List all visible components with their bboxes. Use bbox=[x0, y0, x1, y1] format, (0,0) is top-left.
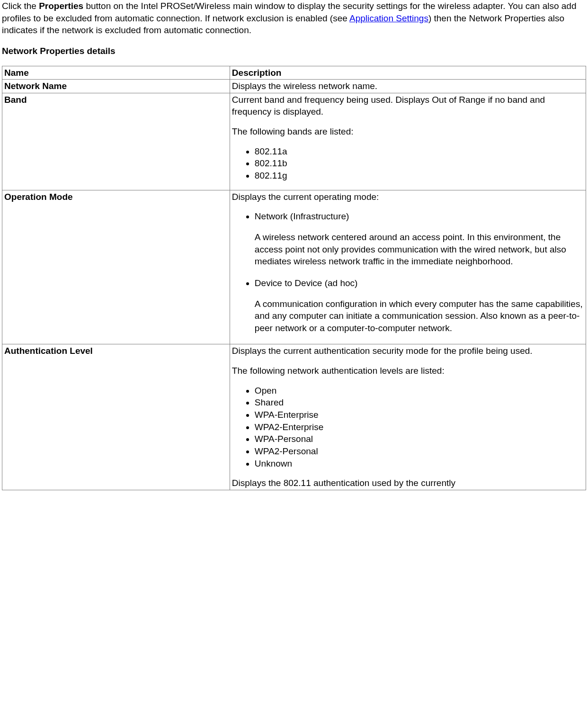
table-row: Band Current band and frequency being us… bbox=[2, 93, 586, 190]
list-item: Unknown bbox=[255, 458, 584, 470]
list-item: Shared bbox=[255, 396, 584, 409]
opmode-item1-title: Network (Infrastructure) bbox=[255, 211, 349, 221]
list-item: WPA2-Personal bbox=[255, 445, 584, 458]
list-item: Device to Device (ad hoc) A communicatio… bbox=[255, 277, 584, 334]
row-label-network-name: Network Name bbox=[2, 80, 230, 93]
opmode-item2-desc: A communication configuration in which e… bbox=[255, 298, 584, 334]
opmode-item1-desc: A wireless network centered around an ac… bbox=[255, 231, 584, 268]
row-label-authentication-level: Authentication Level bbox=[2, 344, 230, 490]
row-desc-authentication-level: Displays the current authentication secu… bbox=[230, 344, 586, 490]
section-title: Network Properties details bbox=[2, 45, 586, 57]
list-item: 802.11b bbox=[255, 157, 584, 170]
band-desc-p1: Current band and frequency being used. D… bbox=[232, 94, 584, 118]
row-desc-operation-mode: Displays the current operating mode: Net… bbox=[230, 190, 586, 344]
row-desc-network-name: Displays the wireless network name. bbox=[230, 80, 586, 93]
table-row: Network Name Displays the wireless netwo… bbox=[2, 80, 586, 93]
band-list: 802.11a 802.11b 802.11g bbox=[232, 145, 584, 182]
network-properties-table: Name Description Network Name Displays t… bbox=[2, 66, 586, 490]
list-item: Network (Infrastructure) A wireless netw… bbox=[255, 210, 584, 268]
column-header-name: Name bbox=[2, 66, 230, 80]
table-row: Authentication Level Displays the curren… bbox=[2, 344, 586, 490]
list-item: 802.11a bbox=[255, 145, 584, 158]
row-desc-band: Current band and frequency being used. D… bbox=[230, 93, 586, 190]
list-item: WPA2-Enterprise bbox=[255, 421, 584, 433]
auth-list: Open Shared WPA-Enterprise WPA2-Enterpri… bbox=[232, 385, 584, 469]
opmode-desc-p1: Displays the current operating mode: bbox=[232, 191, 584, 203]
table-row: Operation Mode Displays the current oper… bbox=[2, 190, 586, 344]
row-label-band: Band bbox=[2, 93, 230, 190]
list-item: WPA-Personal bbox=[255, 433, 584, 445]
auth-desc-p2: The following network authentication lev… bbox=[232, 365, 584, 377]
opmode-item2-title: Device to Device (ad hoc) bbox=[255, 278, 358, 288]
table-header-row: Name Description bbox=[2, 66, 586, 80]
application-settings-link[interactable]: Application Settings bbox=[349, 13, 428, 23]
auth-desc-p3: Displays the 802.11 authentication used … bbox=[232, 477, 584, 489]
list-item: WPA-Enterprise bbox=[255, 409, 584, 421]
list-item: Open bbox=[255, 385, 584, 397]
row-label-operation-mode: Operation Mode bbox=[2, 190, 230, 344]
intro-bold-properties: Properties bbox=[39, 1, 83, 11]
intro-text-1: Click the bbox=[2, 1, 39, 11]
auth-desc-p1: Displays the current authentication secu… bbox=[232, 345, 584, 357]
column-header-description: Description bbox=[230, 66, 586, 80]
opmode-list: Network (Infrastructure) A wireless netw… bbox=[232, 210, 584, 334]
band-desc-p2: The following bands are listed: bbox=[232, 126, 584, 138]
list-item: 802.11g bbox=[255, 170, 584, 182]
intro-paragraph: Click the Properties button on the Intel… bbox=[2, 0, 586, 36]
